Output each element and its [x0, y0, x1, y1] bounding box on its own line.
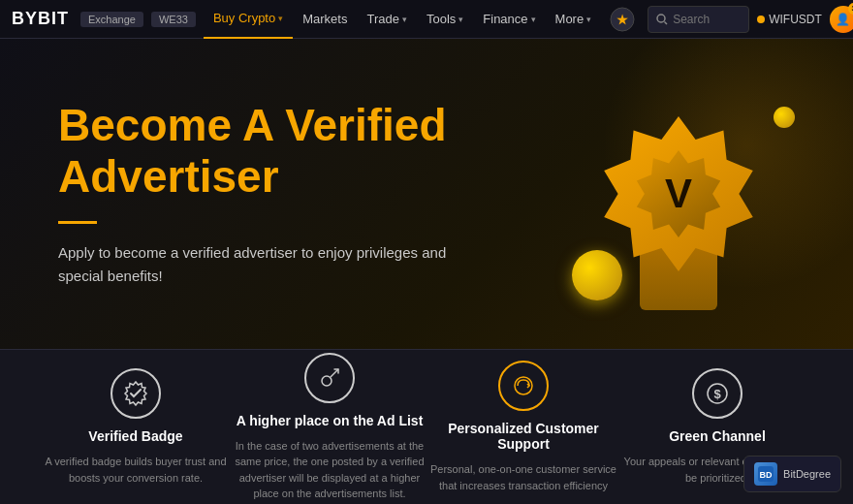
- customer-support-icon: [498, 361, 549, 411]
- nav-trade-label: Trade: [366, 12, 398, 26]
- nav-buy-crypto[interactable]: Buy Crypto ▾: [204, 0, 293, 39]
- verified-badge-icon: [111, 368, 161, 419]
- nav-finance[interactable]: Finance ▾: [473, 0, 545, 39]
- feature-verified-badge-desc: A verified badge builds buyer trust and …: [39, 454, 233, 486]
- svg-point-5: [322, 376, 332, 386]
- feature-green-channel-title: Green Channel: [669, 428, 766, 444]
- finance-chevron-icon: ▾: [531, 15, 536, 24]
- exchange-tag[interactable]: Exchange: [80, 12, 143, 27]
- coin-2-decoration: [774, 107, 795, 128]
- nav-links: Buy Crypto ▾ Markets Trade ▾ Tools ▾ Fin…: [204, 0, 601, 39]
- token-badge[interactable]: WIFUSDT: [757, 13, 822, 26]
- buy-crypto-chevron-icon: ▾: [278, 14, 283, 23]
- nav-right: ★ WIFUSDT 👤 3: [605, 6, 853, 33]
- rewards-button[interactable]: ★: [605, 6, 640, 33]
- tools-chevron-icon: ▾: [458, 15, 463, 24]
- feature-customer-support: Personalized Customer Support Personal, …: [426, 361, 620, 493]
- hero-title: Become A Verified Advertiser: [58, 100, 601, 203]
- nav-markets-label: Markets: [302, 12, 347, 26]
- search-area[interactable]: [648, 6, 749, 33]
- feature-customer-support-title: Personalized Customer Support: [426, 421, 620, 452]
- nav-tools-label: Tools: [426, 12, 456, 26]
- star-token-icon: ★: [609, 6, 636, 33]
- token-dot-icon: [757, 16, 765, 23]
- feature-higher-place: A higher place on the Ad List In the cas…: [233, 353, 426, 502]
- avatar-notification-badge: 3: [848, 3, 853, 15]
- verified-badge-svg: [123, 381, 148, 406]
- avatar[interactable]: 👤 3: [830, 6, 853, 33]
- badge-inner: V: [635, 150, 722, 237]
- bitdegree-logo-icon: BD: [754, 462, 777, 486]
- avatar-initials: 👤: [836, 13, 850, 26]
- search-input[interactable]: [673, 13, 741, 26]
- nav-trade[interactable]: Trade ▾: [357, 0, 416, 39]
- bitdegree-label: BitDegree: [783, 468, 831, 480]
- svg-line-6: [331, 369, 338, 377]
- we33-tag[interactable]: WE33: [151, 12, 196, 27]
- feature-verified-badge-title: Verified Badge: [88, 428, 182, 444]
- bitdegree-icon: BD: [758, 466, 774, 482]
- feature-customer-support-desc: Personal, one-on-one customer service th…: [426, 461, 620, 493]
- hero-section: Become A Verified Advertiser Apply to be…: [0, 39, 853, 349]
- nav-more-label: More: [555, 12, 584, 26]
- more-chevron-icon: ▾: [586, 15, 591, 24]
- hero-content: Become A Verified Advertiser Apply to be…: [58, 100, 601, 289]
- nav-more[interactable]: More ▾: [546, 0, 602, 39]
- hero-description: Apply to become a verified advertiser to…: [58, 241, 475, 288]
- feature-higher-place-desc: In the case of two advertisements at the…: [233, 438, 426, 502]
- higher-place-svg: [317, 365, 342, 391]
- nav-finance-label: Finance: [483, 12, 527, 26]
- green-channel-icon: $: [692, 368, 742, 419]
- higher-place-icon: [304, 353, 355, 403]
- feature-higher-place-title: A higher place on the Ad List: [237, 413, 424, 428]
- trade-chevron-icon: ▾: [402, 15, 407, 24]
- feature-verified-badge: Verified Badge A verified badge builds b…: [39, 368, 233, 486]
- nav-markets[interactable]: Markets: [293, 0, 357, 39]
- svg-line-3: [665, 21, 668, 24]
- svg-text:★: ★: [616, 13, 628, 27]
- badge-shape: V: [601, 116, 756, 271]
- badge-v-letter: V: [665, 171, 692, 217]
- svg-point-2: [657, 15, 665, 22]
- navbar: BYBIT Exchange WE33 Buy Crypto ▾ Markets…: [0, 0, 853, 39]
- customer-support-svg: [511, 373, 536, 398]
- svg-text:BD: BD: [760, 470, 773, 480]
- nav-buy-crypto-label: Buy Crypto: [213, 11, 275, 25]
- hero-divider: [58, 221, 97, 224]
- bitdegree-badge[interactable]: BD BitDegree: [743, 456, 841, 492]
- search-icon: [656, 14, 668, 25]
- badge-container: V: [582, 97, 775, 291]
- svg-text:$: $: [713, 387, 721, 401]
- features-section: Verified Badge A verified badge builds b…: [0, 349, 853, 504]
- token-label: WIFUSDT: [769, 13, 822, 26]
- nav-tools[interactable]: Tools ▾: [417, 0, 473, 39]
- green-channel-svg: $: [705, 381, 730, 406]
- logo[interactable]: BYBIT: [12, 9, 69, 29]
